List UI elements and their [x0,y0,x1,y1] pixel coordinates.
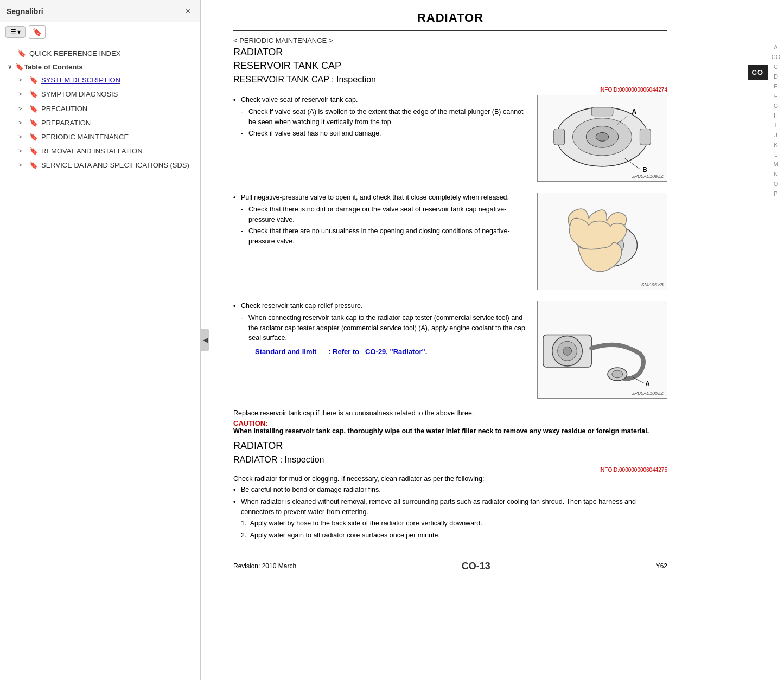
toc-item-bookmark-2: 🔖 [29,104,38,114]
content-block-1: • Check valve seat of reservoir tank cap… [233,95,667,182]
page-title: RADIATOR [233,11,667,25]
svg-line-10 [625,158,640,169]
bullet-dot-3: • [233,301,241,311]
sidebar: Segnalibri × ☰ ▾ 🔖 🔖 QUICK REFERENCE IND… [0,0,201,680]
alpha-letter-O[interactable]: O [773,180,780,188]
alpha-letter-J[interactable]: J [773,131,779,139]
dash-text-4: Check that there are no unusualness in t… [248,226,526,247]
toc-item-label-0: SYSTEM DESCRIPTION [41,75,196,85]
alpha-letter-17 [775,130,777,131]
toc-children: > 🔖 SYSTEM DESCRIPTION > 🔖 SYMPTOM DIAGN… [3,73,200,172]
bullet-dot-1: • [233,95,241,105]
alpha-letter-E[interactable]: E [773,82,779,90]
dash-text-3: Check that there is no dirt or damage on… [248,204,526,225]
toc-item-3[interactable]: > 🔖 PREPARATION [12,116,200,130]
toc-item-chevron-2: > [18,105,27,113]
toc-item-1[interactable]: > 🔖 SYMPTOM DIAGNOSIS [12,87,200,101]
svg-text:A: A [632,108,637,116]
fig3-label: JPB0A010oZZ [632,390,664,396]
alpha-letter-19 [775,139,777,140]
bullet-text-1: Check valve seat of reservoir tank cap. [241,95,358,105]
alpha-letter-9 [775,91,777,92]
figure-2: SMA96VB [537,193,667,290]
alpha-letter-29 [775,188,777,189]
content-area: RADIATOR < PERIODIC MAINTENANCE > RADIAT… [201,0,689,594]
title-divider [233,30,667,31]
alpha-letter-G[interactable]: G [773,102,780,110]
alpha-letter-C[interactable]: C [773,63,779,70]
svg-rect-4 [554,129,565,145]
alpha-letter-15 [775,120,777,121]
sidebar-close-button[interactable]: × [182,5,194,17]
alpha-index: ACOCDEFGHIJKLMNOP [768,43,784,197]
sidebar-item-quick-ref[interactable]: 🔖 QUICK REFERENCE INDEX [0,47,200,61]
alpha-letter-CO[interactable]: CO [770,53,782,61]
alpha-letter-M[interactable]: M [772,161,779,168]
toc-item-chevron-1: > [18,90,27,98]
toc-item-bookmark-1: 🔖 [29,89,38,99]
toc-chevron: ∨ [8,63,12,70]
alpha-letter-L[interactable]: L [773,151,779,158]
dash-2-2: - Check that there are no unusualness in… [233,226,526,247]
toc-item-4[interactable]: > 🔖 PERIODIC MAINTENANCE [12,130,200,144]
caution-label: CAUTION: [233,419,667,427]
bookmark-icon: 🔖 [33,28,42,36]
alpha-letter-P[interactable]: P [773,190,779,197]
co-section-tab[interactable]: CO [748,65,768,80]
toc-item-0[interactable]: > 🔖 SYSTEM DESCRIPTION [12,73,200,87]
info-id-2: INFOID:0000000006044275 [233,467,667,473]
alpha-letter-K[interactable]: K [773,141,779,149]
dash-mark-3: - [241,204,248,225]
toc-item-chevron-0: > [18,76,27,84]
dash-text-1: Check if valve seat (A) is swollen to th… [248,107,526,127]
periodic-link[interactable]: < PERIODIC MAINTENANCE > [233,36,667,44]
dash-text-5: When connecting reservoir tank cap to th… [248,313,526,343]
list-view-button[interactable]: ☰ ▾ [5,26,26,38]
insp-bullet-dot-1: • [233,485,241,495]
bookmark-button[interactable]: 🔖 [29,25,46,39]
alpha-letter-F[interactable]: F [773,92,779,100]
dash-mark-5: - [241,313,248,343]
sidebar-tree: 🔖 QUICK REFERENCE INDEX ∨ 🔖 Table of Con… [0,42,200,680]
alpha-letter-27 [775,178,777,179]
quick-ref-label: QUICK REFERENCE INDEX [29,49,196,59]
dash-mark-4: - [241,226,248,247]
dash-2-1: - Check that there is no dirt or damage … [233,204,526,225]
alpha-letter-23 [775,159,777,160]
alpha-letter-N[interactable]: N [773,170,779,178]
footer-code: Y62 [656,562,667,570]
toc-item-2[interactable]: > 🔖 PRECAUTION [12,102,200,116]
toc-item-bookmark-6: 🔖 [29,161,38,170]
dash-mark-2: - [241,129,248,139]
svg-line-20 [632,377,645,383]
alpha-letter-D[interactable]: D [773,73,779,80]
collapse-sidebar-button[interactable]: ◀ [201,329,209,351]
standard-limit[interactable]: Standard and limit : Refer to CO-29, "Ra… [233,348,526,356]
page-footer: Revision: 2010 March CO-13 Y62 [233,557,667,572]
toc-item-label-1: SYMPTOM DIAGNOSIS [41,89,196,99]
alpha-letter-5 [775,71,777,72]
alpha-letter-I[interactable]: I [774,121,777,129]
alpha-letter-H[interactable]: H [773,112,779,119]
main-content: RADIATOR < PERIODIC MAINTENANCE > RADIAT… [201,0,784,680]
list-icon: ☰ [10,28,16,36]
toc-item-bookmark-0: 🔖 [29,75,38,85]
standard-limit-label: Standard and limit [255,348,316,356]
toc-item-5[interactable]: > 🔖 REMOVAL AND INSTALLATION [12,144,200,158]
alpha-letter-1 [775,52,777,53]
svg-rect-5 [640,129,651,145]
standard-limit-link-text: CO-29, "Radiator" [365,348,425,356]
quick-ref-bookmark-icon: 🔖 [17,49,26,59]
toc-item-label-6: SERVICE DATA AND SPECIFICATIONS (SDS) [41,161,196,170]
footer-revision: Revision: 2010 March [233,562,296,570]
standard-limit-link[interactable]: CO-29, "Radiator" [365,348,425,356]
toc-label: Table of Contents [24,63,83,71]
toc-item-6[interactable]: > 🔖 SERVICE DATA AND SPECIFICATIONS (SDS… [12,158,200,172]
alpha-letter-25 [775,169,777,170]
subsection2-heading: RADIATOR : Inspection [233,455,667,465]
standard-limit-sep [318,348,326,356]
alpha-letter-A[interactable]: A [773,43,779,51]
section2-heading: RESERVOIR TANK CAP [233,60,667,72]
toc-root-label[interactable]: ∨ 🔖 Table of Contents [3,61,200,73]
numbered-item-2: 2. Apply water again to all radiator cor… [233,530,667,541]
